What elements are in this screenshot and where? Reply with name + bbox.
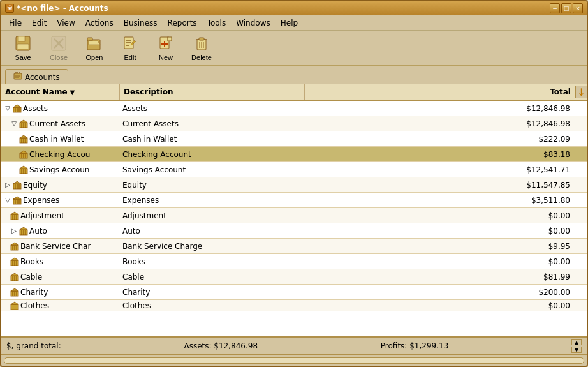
cell-desc: Cash in Wallet <box>120 131 305 146</box>
spinner-up[interactable]: ▲ <box>571 339 582 345</box>
cell-total: $12,541.71 <box>305 162 575 177</box>
col-header-desc[interactable]: Description <box>120 84 305 100</box>
close-button[interactable]: × <box>573 3 583 13</box>
cell-total: $83.18 <box>305 147 575 161</box>
menu-help[interactable]: Help <box>276 17 303 29</box>
expand-icon[interactable]: ▷ <box>10 227 18 235</box>
svg-rect-18 <box>199 38 204 40</box>
col-header-name[interactable]: Account Name ▼ <box>1 84 120 100</box>
svg-rect-1 <box>18 36 25 41</box>
account-type-icon <box>10 242 19 251</box>
menu-actions[interactable]: Actions <box>80 17 119 29</box>
cell-total: $0.00 <box>305 208 575 223</box>
account-name: Equity <box>23 181 47 190</box>
account-name: Adjustment <box>20 211 64 220</box>
cell-name-bank-service: Bank Service Char <box>1 239 120 253</box>
menu-windows[interactable]: Windows <box>231 17 276 29</box>
title-bar-buttons: − □ × <box>550 3 583 13</box>
title-bar: 🏛 *<no file> - Accounts − □ × <box>1 1 587 15</box>
table-row[interactable]: ▷ Auto Auto $0.00 <box>1 223 587 239</box>
cell-name-charity: Charity <box>1 285 120 299</box>
cell-desc: Savings Account <box>120 162 305 177</box>
account-name: Books <box>20 257 43 266</box>
scroll-up-indicator[interactable]: ↓ <box>575 86 587 98</box>
svg-rect-7 <box>87 38 92 41</box>
cell-name-equity: ▷ Equity <box>1 177 120 192</box>
account-name: Auto <box>29 227 47 236</box>
table-row[interactable]: ▽ Expenses Expenses $3,511.80 <box>1 193 587 208</box>
table-row[interactable]: Adjustment Adjustment $0.00 <box>1 208 587 223</box>
menu-business[interactable]: Business <box>119 17 163 29</box>
menu-edit[interactable]: Edit <box>27 17 52 29</box>
account-type-icon <box>10 211 19 220</box>
table-row[interactable]: Charity Charity $200.00 <box>1 285 587 300</box>
account-type-icon <box>19 227 28 236</box>
profits-total: Profits: $1,299.13 <box>381 341 448 350</box>
menu-view[interactable]: View <box>52 17 80 29</box>
maximize-button[interactable]: □ <box>561 3 571 13</box>
svg-marker-79 <box>11 258 18 260</box>
svg-marker-89 <box>11 288 18 291</box>
svg-marker-39 <box>20 135 27 138</box>
table-row[interactable]: Savings Accoun Savings Account $12,541.7… <box>1 162 587 177</box>
expand-icon[interactable]: ▷ <box>4 181 11 189</box>
menu-file[interactable]: File <box>4 17 27 29</box>
accounts-tab[interactable]: Accounts <box>5 69 68 84</box>
cell-desc: Clothes <box>120 300 305 311</box>
svg-marker-64 <box>11 212 18 214</box>
toolbar: Save Close Open <box>1 31 587 66</box>
save-button[interactable]: Save <box>6 33 40 63</box>
cell-name-clothes: Clothes <box>1 300 120 311</box>
cell-desc: Bank Service Charge <box>120 239 305 253</box>
new-button[interactable]: New <box>149 33 182 63</box>
grand-total-label: $, grand total: <box>6 341 61 350</box>
main-window: 🏛 *<no file> - Accounts − □ × File Edit … <box>0 0 588 367</box>
menu-reports[interactable]: Reports <box>163 17 202 29</box>
svg-marker-94 <box>11 302 18 304</box>
table-row[interactable]: Bank Service Char Bank Service Charge $9… <box>1 239 587 254</box>
cell-total: $9.95 <box>305 239 575 253</box>
account-name: Savings Accoun <box>29 165 89 174</box>
scroll-arrow-icon: ↓ <box>577 86 585 98</box>
cell-name-auto: ▷ Auto <box>1 223 120 238</box>
status-spinner[interactable]: ▲ ▼ <box>571 339 582 353</box>
cell-desc: Charity <box>120 285 305 299</box>
cell-total: $200.00 <box>305 285 575 299</box>
cell-name-adjustment: Adjustment <box>1 208 120 223</box>
table-row[interactable]: Clothes Clothes $0.00 <box>1 300 587 311</box>
cell-desc: Equity <box>120 177 305 192</box>
col-header-total[interactable]: Total <box>305 84 575 100</box>
close-button-toolbar[interactable]: Close <box>42 33 75 63</box>
spinner-down[interactable]: ▼ <box>571 347 582 353</box>
table-row[interactable]: ▷ Equity Equity $11,547.85 <box>1 177 587 193</box>
table-row[interactable]: Books Books $0.00 <box>1 254 587 269</box>
expand-icon[interactable]: ▽ <box>4 197 11 204</box>
table-row[interactable]: Cash in Wallet Cash in Wallet $222.09 <box>1 131 587 147</box>
table-body: ▽ Assets Assets $12,846.98 ▽ <box>1 101 587 336</box>
account-type-icon <box>10 257 19 266</box>
expand-icon[interactable]: ▽ <box>4 105 11 112</box>
account-type-icon <box>13 181 22 190</box>
account-type-icon <box>19 119 28 128</box>
open-button[interactable]: Open <box>78 33 111 63</box>
account-name: Bank Service Char <box>20 242 91 251</box>
table-row[interactable]: Checking Accou Checking Account $83.18 <box>1 147 587 162</box>
table-row[interactable]: Cable Cable $81.99 <box>1 269 587 285</box>
table-row[interactable]: ▽ Assets Assets $12,846.98 <box>1 101 587 116</box>
minimize-button[interactable]: − <box>550 3 560 13</box>
tab-label: Accounts <box>25 73 60 82</box>
cell-total: $11,547.85 <box>305 177 575 192</box>
expand-icon[interactable]: ▽ <box>10 120 18 128</box>
edit-button[interactable]: Edit <box>114 33 147 63</box>
cell-total: $222.09 <box>305 131 575 146</box>
account-name: Expenses <box>23 196 59 205</box>
table-row[interactable]: ▽ Current Assets Current Assets $12,846.… <box>1 116 587 131</box>
cell-desc: Adjustment <box>120 208 305 223</box>
window-icon: 🏛 <box>5 4 14 13</box>
column-headers: Account Name ▼ Description Total ↓ <box>1 84 587 101</box>
cell-name-expenses: ▽ Expenses <box>1 193 120 207</box>
horizontal-scrollbar[interactable] <box>4 357 584 364</box>
menu-tools[interactable]: Tools <box>202 17 232 29</box>
delete-button[interactable]: Delete <box>185 33 218 63</box>
cell-desc: Current Assets <box>120 116 305 131</box>
